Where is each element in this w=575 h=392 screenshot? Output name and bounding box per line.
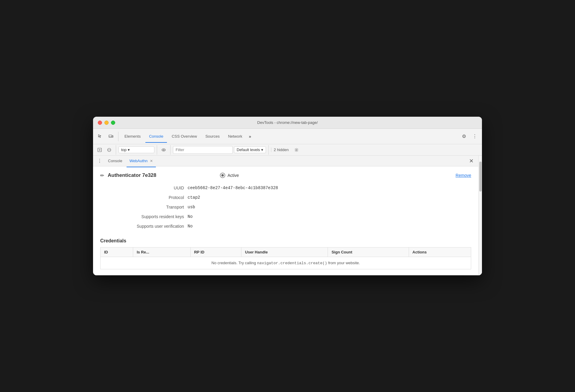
- main-toolbar: Elements Console CSS Overview Sources Ne…: [93, 129, 482, 144]
- user-verification-value: No: [188, 224, 471, 229]
- context-selector[interactable]: top ▾: [118, 146, 154, 153]
- user-verification-label: Supports user verification: [100, 224, 184, 229]
- devtools-window: DevTools - chrome://new-tab-page/ Elemen…: [93, 117, 482, 275]
- hidden-divider: [268, 145, 269, 155]
- close-button[interactable]: [98, 121, 102, 125]
- eye-divider: [170, 145, 171, 155]
- credentials-table: ID Is Re... RP ID User Handle Sign Count…: [100, 247, 471, 269]
- clear-console-icon[interactable]: [105, 146, 113, 154]
- resident-keys-label: Supports resident keys: [100, 214, 184, 219]
- devtools-body: Elements Console CSS Overview Sources Ne…: [93, 129, 482, 275]
- window-title: DevTools - chrome://new-tab-page/: [257, 120, 318, 125]
- transport-label: Transport: [100, 205, 184, 209]
- resident-keys-value: No: [188, 214, 471, 219]
- main-area: ⋮ Console WebAuthn ✕ ✕ ✏ Authenticat: [93, 156, 482, 275]
- transport-value: usb: [188, 205, 471, 209]
- svg-rect-0: [109, 135, 112, 137]
- no-credentials-suffix: from your website.: [327, 261, 360, 265]
- table-header-row: ID Is Re... RP ID User Handle Sign Count…: [101, 247, 471, 257]
- tab-network[interactable]: Network: [224, 132, 246, 140]
- minimize-button[interactable]: [104, 121, 109, 125]
- col-sign-count: Sign Count: [328, 247, 409, 257]
- tab-console[interactable]: Console: [145, 132, 167, 140]
- scrollbar-track[interactable]: [478, 156, 482, 275]
- uuid-label: UUID: [100, 186, 184, 190]
- no-credentials-code: navigator.credentials.create(): [257, 261, 327, 265]
- active-label: Active: [228, 173, 239, 178]
- drawer-tab-webauthn[interactable]: WebAuthn ✕: [127, 157, 156, 165]
- webauthn-panel: ✏ Authenticator 7e328 Active Remove UUID: [93, 166, 478, 275]
- more-options-icon[interactable]: ⋮: [470, 132, 480, 141]
- svg-point-7: [163, 149, 164, 151]
- col-id: ID: [101, 247, 133, 257]
- traffic-lights: [98, 121, 115, 125]
- eye-icon[interactable]: [159, 146, 168, 154]
- filter-input[interactable]: [173, 146, 233, 154]
- col-rp-id: RP ID: [190, 247, 241, 257]
- credentials-table-body: No credentials. Try calling navigator.cr…: [101, 257, 471, 269]
- maximize-button[interactable]: [111, 121, 115, 125]
- drawer-content: ⋮ Console WebAuthn ✕ ✕ ✏ Authenticat: [93, 156, 478, 275]
- hidden-count: 2 hidden: [271, 148, 291, 152]
- title-bar: DevTools - chrome://new-tab-page/: [93, 117, 482, 129]
- svg-rect-1: [112, 136, 113, 137]
- settings-icon[interactable]: ⚙: [459, 132, 469, 141]
- credentials-table-head: ID Is Re... RP ID User Handle Sign Count…: [101, 247, 471, 257]
- active-radio[interactable]: [220, 173, 225, 178]
- credentials-title: Credentials: [100, 238, 471, 244]
- more-tabs-button[interactable]: »: [247, 133, 253, 140]
- svg-rect-3: [98, 148, 101, 152]
- drawer-tab-console[interactable]: Console: [105, 157, 125, 165]
- run-script-icon[interactable]: [95, 146, 104, 154]
- scrollbar-thumb[interactable]: [479, 162, 482, 192]
- col-actions: Actions: [409, 247, 471, 257]
- no-credentials-text: No credentials. Try calling: [212, 261, 257, 265]
- drawer-close-button[interactable]: ✕: [467, 157, 476, 165]
- tab-sources[interactable]: Sources: [202, 132, 223, 140]
- webauthn-tab-close[interactable]: ✕: [150, 159, 153, 163]
- tab-elements[interactable]: Elements: [121, 132, 144, 140]
- svg-point-8: [296, 149, 297, 151]
- credentials-section: Credentials ID Is Re... RP ID User Handl…: [100, 238, 471, 269]
- radio-inner: [221, 174, 224, 177]
- info-grid: UUID ceeb5662-8e27-4e47-8ebc-4c1b8387e32…: [100, 183, 471, 231]
- authenticator-name: Authenticator 7e328: [108, 172, 156, 178]
- console-settings-icon[interactable]: [292, 146, 301, 154]
- toolbar-divider-1: [118, 132, 118, 141]
- log-levels-selector[interactable]: Default levels ▾: [234, 146, 266, 153]
- uuid-value: ceeb5662-8e27-4e47-8ebc-4c1b8387e328: [188, 186, 471, 190]
- active-badge: Active: [220, 173, 239, 178]
- no-credentials-row: No credentials. Try calling navigator.cr…: [101, 257, 471, 269]
- col-user-handle: User Handle: [241, 247, 328, 257]
- protocol-label: Protocol: [100, 195, 184, 200]
- drawer-menu-icon[interactable]: ⋮: [95, 157, 104, 165]
- inspect-element-icon[interactable]: [95, 132, 105, 141]
- drawer-tabs: ⋮ Console WebAuthn ✕ ✕: [93, 156, 478, 166]
- device-mode-icon[interactable]: [106, 132, 116, 141]
- console-toolbar-divider: [116, 145, 116, 155]
- filter-divider: [157, 145, 157, 155]
- authenticator-header: ✏ Authenticator 7e328 Active Remove: [100, 172, 471, 178]
- remove-button[interactable]: Remove: [456, 173, 471, 178]
- console-toolbar: top ▾ Default levels ▾ 2 hidden: [93, 144, 482, 156]
- svg-point-6: [162, 149, 165, 151]
- no-credentials-cell: No credentials. Try calling navigator.cr…: [101, 257, 471, 269]
- protocol-value: ctap2: [188, 195, 471, 200]
- edit-icon[interactable]: ✏: [100, 173, 104, 178]
- col-is-re: Is Re...: [133, 247, 190, 257]
- tab-css-overview[interactable]: CSS Overview: [168, 132, 201, 140]
